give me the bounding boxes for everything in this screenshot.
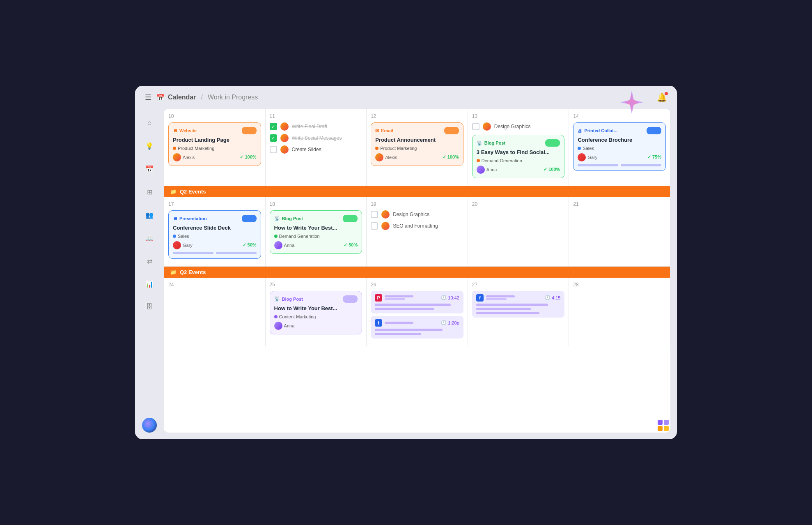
- sidebar-item-calendar[interactable]: 📅: [142, 161, 157, 176]
- card-bars: [173, 252, 257, 254]
- sidebar-item-chart[interactable]: 📊: [142, 276, 157, 291]
- card-email-announcement[interactable]: ✉ Email Product Announcement Product Mar…: [371, 122, 463, 166]
- tag-dot: [477, 159, 480, 162]
- card-toggle[interactable]: [545, 139, 560, 147]
- card-website-product-landing[interactable]: 🖥 Website Product Landing Page Product M…: [168, 122, 261, 166]
- calendar-day-11: 11 ✓ Write Final Draft ✓ Write Social Me…: [266, 109, 367, 186]
- checkbox-1[interactable]: ✓: [270, 123, 277, 130]
- sidebar-item-archive[interactable]: 🗄: [142, 299, 157, 314]
- day-number-18: 18: [270, 201, 362, 207]
- card-presentation-slide-deck[interactable]: 🖥 Presentation Conference Slide Deck Sal…: [168, 210, 261, 259]
- task-text-seo: SEO and Formatting: [393, 223, 438, 229]
- checkbox-seo[interactable]: [371, 222, 378, 230]
- row-label-icon-2: 📁: [170, 269, 177, 275]
- card-toggle[interactable]: [343, 215, 358, 222]
- checkbox-design-19[interactable]: [371, 211, 378, 218]
- tag-dot: [375, 147, 378, 150]
- bar-4: [375, 308, 434, 310]
- sidebar-item-ideas[interactable]: 💡: [142, 138, 157, 153]
- calendar-day-20: 20: [468, 197, 569, 267]
- card-header: 🖥 Presentation: [173, 215, 257, 222]
- facebook-icon-27: f: [476, 294, 484, 302]
- social-time-facebook: 🕐 1:20p: [441, 320, 459, 325]
- card-footer: Gary ✓ 50%: [173, 241, 257, 249]
- card-tag: Sales: [578, 146, 661, 151]
- sidebar-item-book[interactable]: 📖: [142, 230, 157, 245]
- card-tag: Sales: [173, 234, 257, 239]
- row-label-text: Q2 Events: [180, 189, 206, 195]
- card-footer: Gary ✓ 75%: [578, 153, 661, 161]
- bar-1: [173, 252, 213, 254]
- task-avatar-2: [280, 134, 289, 142]
- day-number-27: 27: [472, 282, 565, 288]
- sidebar-item-grid[interactable]: ⊞: [142, 184, 157, 199]
- bar-7: [476, 304, 548, 306]
- blog-icon: 📡: [274, 296, 280, 302]
- progress: ✓ 100%: [544, 167, 560, 172]
- calendar-day-13: 13 Design Graphics 📡 Blog Post: [468, 109, 569, 186]
- card-toggle[interactable]: [242, 215, 257, 222]
- card-toggle[interactable]: [444, 127, 459, 134]
- task-create-slides: Create Slides: [270, 145, 362, 154]
- card-blog-how-to-write[interactable]: 📡 Blog Post How to Write Your Best... De…: [270, 210, 362, 254]
- day-number-28: 28: [573, 282, 666, 288]
- progress: ✓ 100%: [443, 154, 459, 160]
- card-toggle[interactable]: [242, 127, 257, 134]
- card-printed-brochure[interactable]: 🖨 Printed Collat... Conference Brochure …: [573, 122, 666, 171]
- assignee: Gary: [578, 153, 597, 161]
- task-avatar-3: [280, 145, 289, 154]
- task-text-2: Write Social Messages: [292, 135, 342, 141]
- social-platform: f: [476, 294, 515, 302]
- tag-dot: [274, 315, 278, 318]
- social-time-pinterest: 🕐 10:42: [441, 295, 459, 300]
- sidebar-item-home[interactable]: ⌂: [142, 115, 157, 130]
- social-card-facebook-27[interactable]: f 🕐 4:15: [472, 291, 565, 318]
- logo-sq-3: [658, 426, 663, 431]
- day-number-12: 12: [371, 113, 463, 119]
- card-tag: Demand Generation: [274, 234, 358, 239]
- checkbox-design[interactable]: [472, 123, 479, 130]
- avatar-alexis: [173, 153, 181, 161]
- checkbox-3[interactable]: [270, 146, 277, 153]
- social-bars: [476, 304, 561, 314]
- calendar-day-19: 19 Design Graphics SEO and Formatting: [367, 197, 468, 267]
- task-write-social: ✓ Write Social Messages: [270, 134, 362, 142]
- social-card-facebook[interactable]: f 🕐 1:20p: [371, 316, 463, 338]
- social-bars-inline: [385, 295, 413, 300]
- bar: [385, 322, 413, 324]
- app-container: ☰ 📅 Calendar / Work in Progress 🔔 ⌂ 💡 📅 …: [135, 86, 677, 439]
- card-toggle[interactable]: [647, 127, 661, 134]
- card-title: Product Announcement: [375, 137, 459, 144]
- avatar-anna: [274, 322, 282, 330]
- bar-1: [578, 164, 618, 166]
- day-number-26: 26: [371, 282, 463, 288]
- checkbox-2[interactable]: ✓: [270, 134, 277, 142]
- social-card-pinterest[interactable]: P 🕐 10:42: [371, 291, 463, 313]
- card-title: Conference Brochure: [578, 137, 661, 144]
- sidebar-item-shuffle[interactable]: ⇄: [142, 253, 157, 268]
- card-title: How to Write Your Best...: [274, 225, 358, 232]
- user-avatar[interactable]: [142, 418, 157, 433]
- card-blog-how-to-write-25[interactable]: 📡 Blog Post How to Write Your Best... Co…: [270, 291, 362, 334]
- card-title: Conference Slide Deck: [173, 225, 257, 232]
- calendar-day-12: 12 ✉ Email Product Announcement: [367, 109, 468, 186]
- card-title: How to Write Your Best...: [274, 305, 358, 312]
- task-write-final-draft: ✓ Write Final Draft: [270, 122, 362, 131]
- card-type: 📡 Blog Post: [274, 296, 303, 302]
- card-type: 📡 Blog Post: [274, 216, 303, 221]
- calendar-icon: 📅: [156, 94, 165, 101]
- card-blog-social[interactable]: 📡 Blog Post 3 Easy Ways to Find Social..…: [472, 135, 565, 178]
- sidebar: ⌂ 💡 📅 ⊞ 👥 📖 ⇄ 📊 🗄: [135, 109, 164, 439]
- sidebar-bottom: [142, 418, 157, 433]
- assignee: Alexis: [375, 153, 397, 161]
- assignee: Gary: [173, 241, 193, 249]
- card-header: 📡 Blog Post: [274, 215, 358, 222]
- sidebar-item-people[interactable]: 👥: [142, 207, 157, 222]
- blog-icon: 📡: [477, 140, 482, 146]
- bar-2: [216, 252, 257, 254]
- notification-button[interactable]: 🔔: [657, 93, 667, 102]
- card-tag: Demand Generation: [477, 158, 560, 163]
- calendar-grid: 10 🖥 Website Product Landing Page: [164, 109, 670, 346]
- menu-button[interactable]: ☰: [145, 93, 151, 102]
- card-toggle[interactable]: [343, 295, 358, 303]
